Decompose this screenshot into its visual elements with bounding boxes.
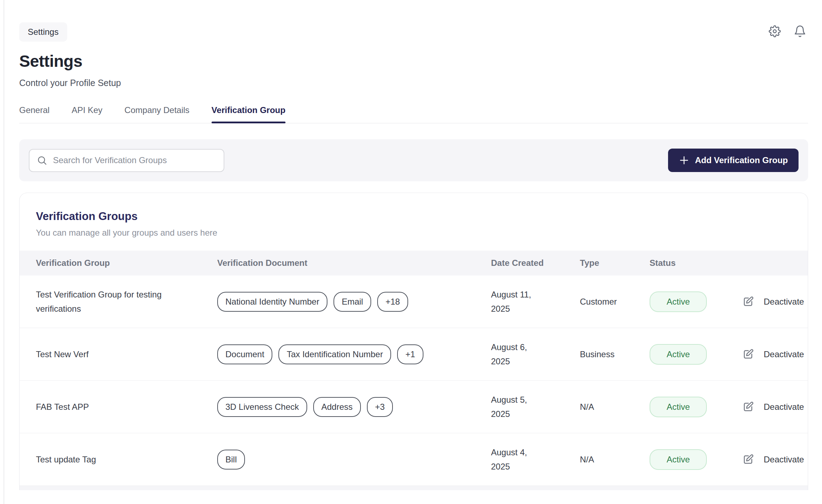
date-created: August 4, 2025	[477, 445, 539, 474]
document-tag: Address	[313, 397, 361, 417]
date-created: August 11, 2025	[477, 288, 539, 316]
status-cell: Active	[637, 449, 726, 470]
edit-icon[interactable]	[742, 295, 754, 308]
card-header: Verification Groups You can manage all y…	[20, 193, 808, 251]
status-cell: Active	[637, 291, 726, 312]
notifications-bell-icon[interactable]	[794, 25, 806, 38]
date-created: August 6, 2025	[477, 340, 539, 369]
search-box	[29, 149, 224, 172]
row-actions: Deactivate	[726, 453, 808, 466]
group-type: Customer	[566, 295, 637, 309]
date-created: August 5, 2025	[477, 393, 539, 421]
status-badge: Active	[650, 291, 707, 312]
deactivate-button[interactable]: Deactivate	[764, 455, 804, 465]
settings-page: Settings Settings Control your Profile S…	[0, 0, 822, 490]
status-cell: Active	[637, 344, 726, 365]
document-tag: +1	[397, 344, 423, 364]
column-header-verification-group: Verification Group	[20, 258, 217, 268]
settings-gear-icon[interactable]	[769, 25, 781, 37]
document-tag: +3	[367, 397, 393, 417]
row-actions: Deactivate	[726, 348, 808, 361]
edit-icon[interactable]	[742, 453, 754, 466]
document-tags: 3D Liveness Check Address +3	[217, 397, 477, 417]
group-name: Test Verification Group for testing veri…	[20, 288, 199, 316]
edit-icon[interactable]	[742, 401, 754, 413]
document-tag: 3D Liveness Check	[217, 397, 307, 417]
card-title: Verification Groups	[36, 210, 791, 223]
add-verification-group-button[interactable]: Add Verification Group	[668, 149, 799, 172]
document-tag: +18	[377, 292, 408, 312]
deactivate-button[interactable]: Deactivate	[764, 349, 804, 359]
tab-general[interactable]: General	[19, 105, 49, 123]
group-type: N/A	[566, 452, 637, 467]
status-badge: Active	[650, 397, 707, 417]
group-name: FAB Test APP	[20, 400, 199, 414]
document-tags: National Identity Number Email +18	[217, 292, 477, 312]
add-button-label: Add Verification Group	[695, 155, 788, 165]
verification-groups-card: Verification Groups You can manage all y…	[19, 193, 808, 490]
group-name: Test update Tag	[20, 452, 199, 467]
group-name: Test New Verf	[20, 347, 199, 361]
search-input[interactable]	[53, 155, 217, 165]
table-body: Test Verification Group for testing veri…	[20, 275, 808, 486]
topbar: Settings	[19, 0, 808, 42]
page-title: Settings	[19, 52, 808, 71]
column-header-type: Type	[566, 258, 637, 268]
tab-company-details[interactable]: Company Details	[124, 105, 190, 123]
settings-tabs: General API Key Company Details Verifica…	[19, 105, 808, 123]
edit-icon[interactable]	[742, 348, 754, 361]
document-tag: Email	[333, 292, 371, 312]
document-tag: National Identity Number	[217, 292, 327, 312]
plus-icon	[679, 155, 689, 166]
table-row: Test update Tag Bill August 4, 2025 N/A …	[20, 433, 808, 486]
page-subtitle: Control your Profile Setup	[19, 78, 808, 88]
deactivate-button[interactable]: Deactivate	[764, 402, 804, 412]
tab-api-key[interactable]: API Key	[71, 105, 102, 123]
column-header-verification-document: Verification Document	[217, 258, 477, 268]
status-cell: Active	[637, 397, 726, 417]
table-row: FAB Test APP 3D Liveness Check Address +…	[20, 381, 808, 433]
document-tags: Bill	[217, 450, 477, 470]
deactivate-button[interactable]: Deactivate	[764, 297, 804, 307]
status-badge: Active	[650, 344, 707, 365]
tab-verification-group[interactable]: Verification Group	[212, 105, 285, 123]
topbar-icons	[769, 25, 806, 38]
document-tags: Document Tax Identification Number +1	[217, 344, 477, 364]
column-header-status: Status	[637, 258, 726, 268]
column-header-date-created: Date Created	[477, 258, 566, 268]
card-subtitle: You can manage all your groups and users…	[36, 228, 791, 238]
document-tag: Document	[217, 344, 272, 364]
search-icon	[37, 155, 47, 166]
groups-toolbar: Add Verification Group	[19, 139, 808, 181]
status-badge: Active	[650, 449, 707, 470]
breadcrumb[interactable]: Settings	[19, 22, 67, 42]
document-tag: Bill	[217, 450, 245, 470]
row-actions: Deactivate	[726, 295, 808, 308]
table-row: Test Verification Group for testing veri…	[20, 275, 808, 328]
group-type: N/A	[566, 400, 637, 414]
document-tag: Tax Identification Number	[278, 344, 391, 364]
table-row: Test New Verf Document Tax Identificatio…	[20, 328, 808, 381]
group-type: Business	[566, 347, 637, 361]
row-actions: Deactivate	[726, 401, 808, 413]
table-header-row: Verification Group Verification Document…	[20, 251, 808, 275]
table-footer-strip	[20, 486, 808, 490]
